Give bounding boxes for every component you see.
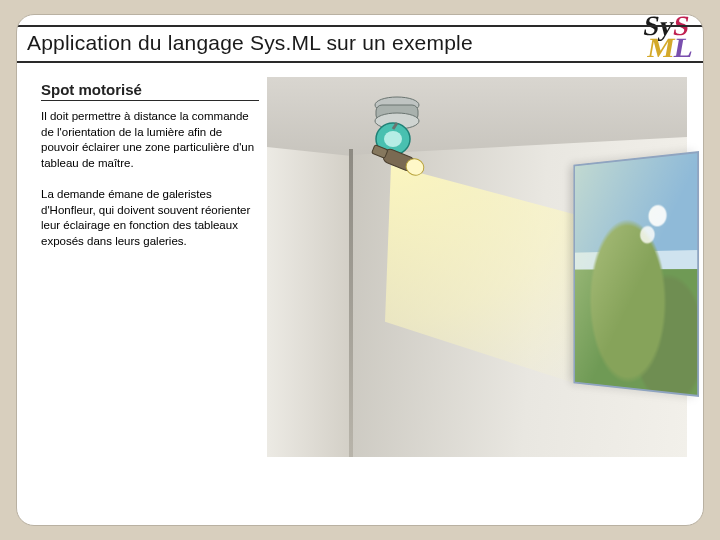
- content-area: Spot motorisé Il doit permettre à distan…: [17, 63, 703, 517]
- header-bar: Application du langage Sys.ML sur un exe…: [17, 25, 703, 63]
- painting: [573, 151, 699, 397]
- svg-point-4: [384, 131, 402, 147]
- slide: SyS ML Application du langage Sys.ML sur…: [16, 14, 704, 526]
- wall-left: [267, 147, 361, 457]
- room-corner: [349, 149, 353, 457]
- text-column: Spot motorisé Il doit permettre à distan…: [41, 81, 259, 507]
- paragraph-2: La demande émane de galeristes d'Honfleu…: [41, 187, 259, 249]
- slide-title: Application du langage Sys.ML sur un exe…: [27, 31, 693, 55]
- paragraph-1: Il doit permettre à distance la commande…: [41, 109, 259, 171]
- spotlight-device: [363, 95, 441, 181]
- illustration: [267, 77, 687, 457]
- section-subtitle: Spot motorisé: [41, 81, 259, 101]
